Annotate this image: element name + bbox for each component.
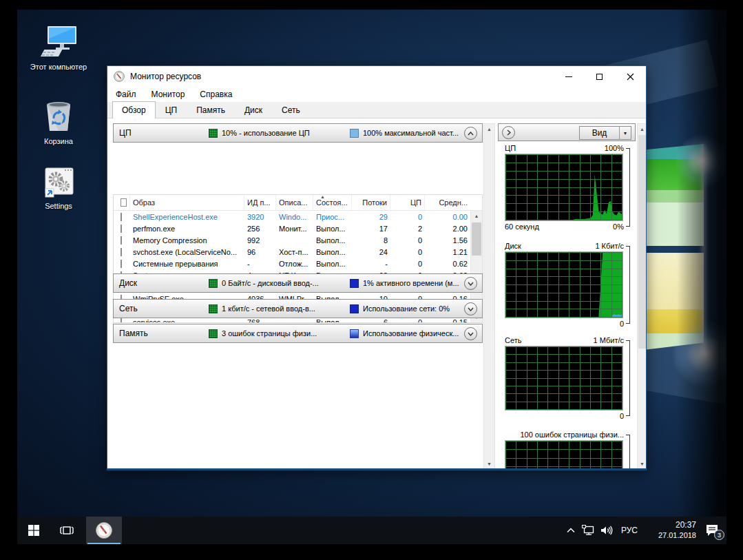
clock[interactable]: 20:37 27.01.2018 bbox=[642, 517, 698, 544]
graphs-panel-header: Вид ▼ bbox=[498, 123, 636, 141]
scroll-down-icon[interactable]: ▼ bbox=[484, 459, 494, 468]
maximize-icon bbox=[596, 74, 603, 80]
scrollbar-thumb[interactable] bbox=[472, 222, 481, 256]
cpu-graph-block: ЦП 100% 60 секунд 0% bbox=[498, 143, 630, 232]
col-average[interactable]: Средн... bbox=[425, 195, 470, 210]
sort-indicator-icon: ▲ bbox=[320, 195, 325, 199]
view-dropdown-button[interactable]: Вид ▼ bbox=[579, 126, 631, 140]
panel-collapse-button[interactable] bbox=[502, 126, 515, 139]
table-row[interactable]: perfmon.exe 256 Монит... Выпол... 17 2 2… bbox=[114, 222, 470, 234]
network-section-header[interactable]: Сеть 1 кбит/с - сетевой ввод-в... Исполь… bbox=[113, 299, 483, 318]
network-graph-block: Сеть 1 Мбит/с 0 bbox=[498, 335, 630, 422]
scroll-down-icon[interactable]: ▼ bbox=[638, 459, 646, 468]
cpu-section-header[interactable]: ЦП 10% - использование ЦП 100% максималь… bbox=[113, 123, 483, 143]
row-checkbox[interactable] bbox=[121, 236, 122, 245]
scroll-up-icon[interactable]: ▲ bbox=[638, 124, 646, 134]
tab-disk[interactable]: Диск bbox=[235, 102, 272, 118]
this-pc-icon bbox=[39, 25, 78, 59]
blue-legend-icon bbox=[350, 129, 359, 138]
tab-cpu[interactable]: ЦП bbox=[156, 102, 187, 118]
network-expand-button[interactable] bbox=[464, 302, 477, 315]
row-checkbox[interactable] bbox=[121, 260, 122, 268]
cell-description: Отлож... bbox=[276, 260, 313, 268]
minimize-button[interactable] bbox=[553, 66, 584, 87]
menu-file[interactable]: Файл bbox=[116, 90, 136, 99]
menu-help[interactable]: Справка bbox=[200, 90, 232, 99]
cell-image: perfmon.exe bbox=[130, 225, 244, 233]
desktop-icon-label: Этот компьютер bbox=[27, 62, 90, 72]
panel-scrollbar[interactable]: ▲ ▼ bbox=[637, 123, 646, 468]
network-tray-button[interactable] bbox=[579, 517, 597, 544]
cell-pid: 96 bbox=[244, 248, 276, 256]
cpu-collapse-button[interactable] bbox=[464, 127, 477, 140]
cell-average: 0.15 bbox=[425, 318, 470, 323]
close-button[interactable] bbox=[615, 66, 646, 87]
green-legend-icon bbox=[209, 129, 218, 138]
table-row[interactable]: Memory Compression 992 Выпол... 8 0 1.56 bbox=[114, 234, 470, 246]
desktop-icon-label: Корзина bbox=[27, 136, 90, 146]
desktop-icon-recycle-bin[interactable]: Корзина bbox=[27, 98, 90, 146]
col-threads[interactable]: Потоки bbox=[352, 195, 390, 210]
table-row[interactable]: ShellExperienceHost.exe 3920 Windo... Пр… bbox=[114, 211, 470, 222]
scrollbar-thumb[interactable] bbox=[638, 135, 646, 349]
col-cpu[interactable]: ЦП bbox=[390, 195, 425, 210]
desktop-icon-label: Settings bbox=[27, 201, 90, 211]
cell-status: Приос... bbox=[313, 213, 352, 221]
table-row[interactable]: svchost.exe (LocalServiceNo... 96 Хост-п… bbox=[114, 246, 470, 258]
tab-network[interactable]: Сеть bbox=[272, 102, 310, 118]
disk-graph-block: Диск 1 Кбит/с 0 bbox=[498, 240, 630, 329]
volume-tray-button[interactable] bbox=[597, 517, 616, 544]
tray-overflow-button[interactable] bbox=[563, 517, 579, 544]
cpu-graph-zero: 0% bbox=[613, 222, 624, 231]
scroll-up-icon[interactable]: ▲ bbox=[471, 211, 482, 221]
row-checkbox[interactable] bbox=[121, 213, 122, 221]
desktop-icon-settings[interactable]: Settings bbox=[27, 167, 90, 211]
main-scrollbar[interactable]: ▲ ▼ bbox=[483, 123, 495, 468]
row-checkbox-cell bbox=[114, 248, 130, 256]
col-image[interactable]: Образ bbox=[130, 195, 244, 210]
tab-memory[interactable]: Память bbox=[187, 102, 235, 118]
tab-strip: Обзор ЦП Память Диск Сеть bbox=[107, 102, 646, 118]
language-indicator[interactable]: РУС bbox=[616, 517, 642, 544]
row-checkbox[interactable] bbox=[121, 225, 122, 233]
cell-cpu: 0 bbox=[390, 260, 425, 268]
col-status[interactable]: Состоя... bbox=[313, 195, 352, 210]
scroll-up-icon[interactable]: ▲ bbox=[484, 124, 494, 134]
cell-average: 0.00 bbox=[425, 213, 470, 221]
col-pid[interactable]: ИД п... bbox=[244, 195, 276, 210]
cpu-green-stat: 10% - использование ЦП bbox=[222, 129, 310, 137]
menu-monitor[interactable]: Монитор bbox=[151, 90, 185, 99]
cell-status: Выпол... bbox=[313, 225, 352, 233]
action-center-button[interactable]: 3 bbox=[698, 517, 726, 544]
memory-section-title: Память bbox=[119, 329, 209, 338]
cell-average: 1.21 bbox=[425, 248, 470, 256]
menu-bar: Файл Монитор Справка bbox=[107, 87, 646, 102]
tab-overview[interactable]: Обзор bbox=[112, 101, 156, 118]
select-all-checkbox[interactable] bbox=[121, 198, 127, 207]
start-button[interactable] bbox=[17, 517, 50, 544]
task-view-button[interactable] bbox=[50, 517, 83, 544]
chevron-down-icon bbox=[468, 307, 474, 311]
disk-graph-zero: 0 bbox=[620, 320, 624, 328]
col-description[interactable]: Описа... bbox=[276, 195, 313, 210]
table-row[interactable]: Системные прерывания - Отлож... Выпол...… bbox=[114, 258, 470, 269]
memory-expand-button[interactable] bbox=[464, 327, 477, 340]
maximize-button[interactable] bbox=[584, 66, 615, 87]
cell-pid: 768 bbox=[244, 318, 276, 323]
resource-monitor-icon bbox=[114, 71, 125, 82]
row-checkbox[interactable] bbox=[121, 318, 122, 323]
green-legend-icon bbox=[209, 279, 218, 288]
cell-status: Выпол... bbox=[313, 260, 352, 268]
cell-threads: 29 bbox=[352, 213, 390, 221]
taskbar-resource-monitor-button[interactable] bbox=[86, 517, 122, 544]
disk-expand-button[interactable] bbox=[464, 277, 477, 290]
memory-section-header[interactable]: Память 3 ошибок страницы физи... Использ… bbox=[113, 324, 483, 343]
cell-cpu: 0 bbox=[390, 248, 425, 256]
ethernet-icon bbox=[582, 525, 594, 536]
disk-graph-scale: 1 Кбит/с bbox=[595, 242, 624, 250]
cell-image: Системные прерывания bbox=[130, 260, 244, 268]
disk-section-header[interactable]: Диск 0 Байт/с - дисковый ввод-... 1% акт… bbox=[113, 273, 483, 293]
row-checkbox[interactable] bbox=[121, 248, 122, 256]
cell-threads: 6 bbox=[352, 318, 390, 323]
desktop-icon-this-pc[interactable]: Этот компьютер bbox=[27, 25, 90, 72]
